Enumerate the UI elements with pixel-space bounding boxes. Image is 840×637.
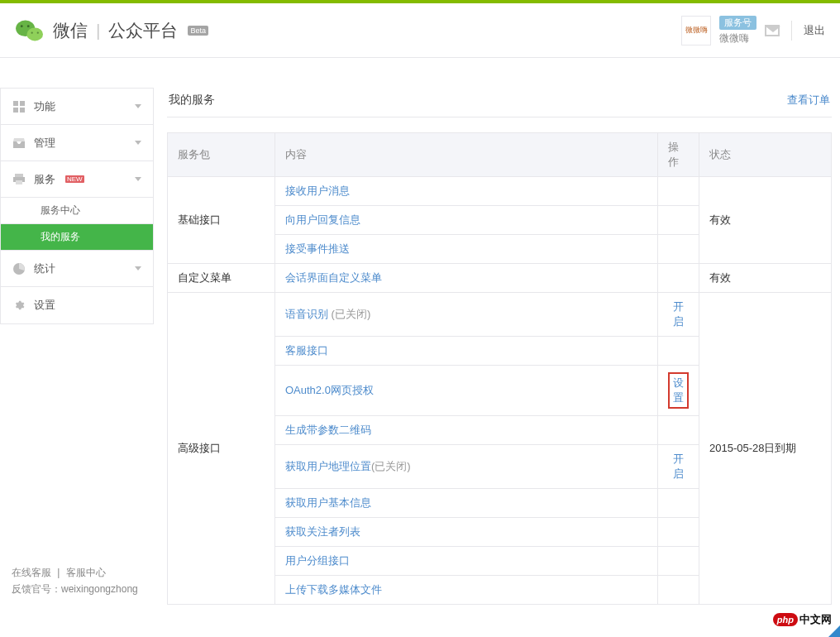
brand-divider: | [96,21,100,41]
account-info: 服务号 微微嗨 [719,16,756,46]
closed-suffix: (已关闭) [371,460,411,472]
panel-header: 我的服务 查看订单 [167,88,832,117]
svg-rect-12 [16,180,22,184]
sidebar-group-services[interactable]: 服务 NEW [1,161,153,198]
content-link[interactable]: 语音识别 [285,308,328,320]
sidebar-label: 统计 [34,261,55,276]
header: 微信 | 公众平台 Beta 微微嗨 服务号 微微嗨 退出 [0,3,840,58]
logo-text: 微信 | 公众平台 Beta [53,19,208,42]
status-advanced: 2015-05-28日到期 [699,293,832,605]
brand-name-left: 微信 [53,19,88,42]
th-package: 服务包 [168,133,275,177]
action-enable[interactable]: 开启 [673,453,684,480]
sidebar-label: 功能 [34,99,55,114]
body-wrap: 功能 管理 服务 NEW [0,88,840,606]
content-link[interactable]: 生成带参数二维码 [285,424,371,436]
th-status: 状态 [699,133,832,177]
sidebar-label: 服务 [34,172,55,187]
status-custom-menu: 有效 [699,264,832,293]
logo-area: 微信 | 公众平台 Beta [15,17,208,44]
services-table: 服务包 内容 操作 状态 基础接口 接收用户消息 有效 向用户回复信息 [167,132,832,605]
wechat-logo-icon [15,17,45,44]
content-link[interactable]: 接收用户消息 [285,184,350,197]
sidebar-group-manage[interactable]: 管理 [1,125,153,161]
content-link[interactable]: 会话界面自定义菜单 [285,271,382,284]
sidebar-label: 设置 [34,298,55,313]
pkg-advanced: 高级接口 [168,293,275,605]
sidebar-group-settings[interactable]: 设置 [1,287,153,323]
header-right: 微微嗨 服务号 微微嗨 退出 [681,16,825,46]
action-settings[interactable]: 设置 [673,376,684,404]
account-avatar[interactable]: 微微嗨 [681,16,711,46]
action-enable[interactable]: 开启 [673,300,684,328]
content-link[interactable]: 获取用户地理位置 [285,460,371,472]
mail-icon[interactable] [765,25,780,36]
printer-icon [12,173,26,186]
sidebar-item-my-services[interactable]: 我的服务 [1,224,153,251]
sidebar-submenu-services: 服务中心 我的服务 [1,198,153,251]
pkg-custom-menu: 自定义菜单 [168,264,275,293]
panel-title: 我的服务 [169,93,215,108]
content-link[interactable]: 获取用户基本信息 [285,496,371,509]
action-settings-highlight: 设置 [668,372,689,409]
feedback-account: weixingongzhong [61,583,138,595]
content-link[interactable]: 用户分组接口 [285,554,350,567]
svg-rect-10 [15,174,23,177]
new-badge: NEW [65,175,84,183]
sidebar-item-service-center[interactable]: 服务中心 [1,198,153,224]
chevron-down-icon [135,266,141,271]
svg-point-3 [27,25,30,27]
footer-separator: | [57,567,60,578]
account-type-badge: 服务号 [719,16,756,30]
grid-icon [12,100,26,113]
content-link[interactable]: 向用户回复信息 [285,213,360,226]
sidebar-footer: 在线客服 | 客服中心 反馈官号：weixingongzhong [0,556,154,606]
content-link[interactable]: 接受事件推送 [285,242,350,255]
inbox-icon [12,136,26,150]
sidebar-group-features[interactable]: 功能 [1,89,153,125]
svg-point-4 [31,31,33,33]
content-link[interactable]: 客服接口 [285,344,328,357]
sidebar-label: 管理 [34,136,55,151]
chevron-down-icon [135,104,141,108]
svg-point-1 [26,27,43,41]
sidebar-menu: 功能 管理 服务 NEW [0,88,154,324]
svg-rect-9 [20,108,25,113]
chart-icon [12,262,26,275]
closed-suffix: (已关闭) [328,308,370,320]
gear-icon [12,299,26,312]
cs-center-link[interactable]: 客服中心 [66,567,106,578]
chevron-down-icon [135,141,141,145]
sidebar: 功能 管理 服务 NEW [0,88,154,606]
content-link[interactable]: 上传下载多媒体文件 [285,583,382,596]
online-cs-link[interactable]: 在线客服 [12,567,51,578]
th-content: 内容 [275,133,658,177]
th-action: 操作 [658,133,699,177]
brand-name-right: 公众平台 [108,19,178,42]
sidebar-group-stats[interactable]: 统计 [1,251,153,287]
content-link-oauth[interactable]: OAuth2.0网页授权 [285,384,374,396]
chevron-down-icon [135,177,141,181]
logout-link[interactable]: 退出 [804,23,825,38]
svg-point-2 [21,25,23,27]
content-panel: 我的服务 查看订单 服务包 内容 操作 状态 基础接口 接收用户消息 有效 [167,88,832,606]
svg-rect-8 [13,108,18,113]
svg-point-5 [37,31,39,33]
content-link[interactable]: 获取关注者列表 [285,525,360,538]
beta-badge: Beta [188,26,208,36]
pkg-basic: 基础接口 [168,177,275,264]
svg-rect-7 [20,101,25,106]
account-name: 微微嗨 [719,31,749,46]
header-divider [791,21,792,41]
view-orders-link[interactable]: 查看订单 [787,93,830,108]
status-basic: 有效 [699,177,832,264]
feedback-label: 反馈官号： [12,583,61,595]
svg-rect-6 [13,101,18,106]
